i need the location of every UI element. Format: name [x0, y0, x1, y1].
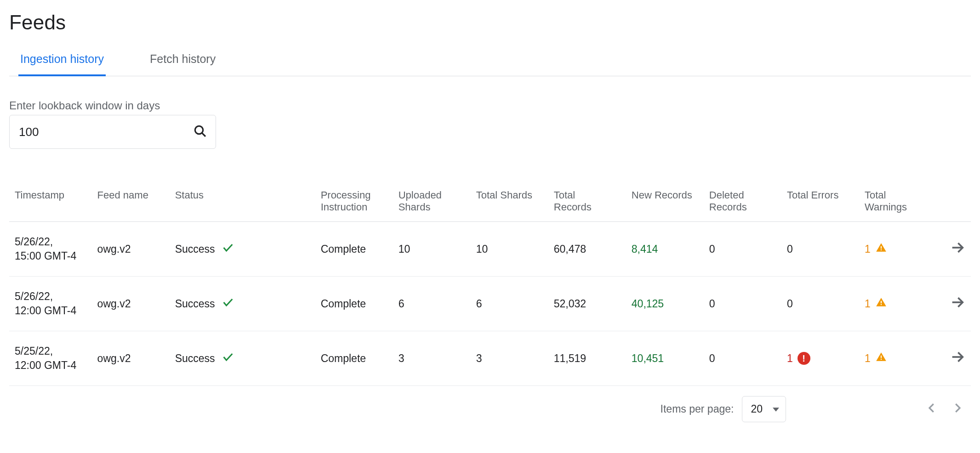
- column-header: DeletedRecords: [704, 181, 781, 222]
- svg-rect-6: [881, 304, 882, 305]
- cell-timestamp: 5/26/22,15:00 GMT-4: [9, 222, 92, 277]
- column-header: UploadedShards: [393, 181, 471, 222]
- cell-uploaded-shards: 10: [393, 222, 471, 277]
- column-header: TotalRecords: [548, 181, 626, 222]
- page-size-select[interactable]: 20: [742, 396, 786, 422]
- cell-processing-instruction: Complete: [315, 277, 393, 331]
- cell-total-errors: 0: [781, 222, 859, 277]
- cell-total-shards: 10: [471, 222, 548, 277]
- cell-timestamp: 5/26/22,12:00 GMT-4: [9, 277, 92, 331]
- search-icon[interactable]: [193, 124, 207, 140]
- row-detail-arrow-icon[interactable]: [950, 300, 965, 312]
- check-icon: [222, 296, 234, 311]
- table-row[interactable]: 5/25/22,12:00 GMT-4owg.v2SuccessComplete…: [9, 331, 971, 386]
- warning-icon: [875, 351, 887, 366]
- errors-count: 1: [787, 352, 793, 365]
- check-icon: [222, 351, 234, 366]
- page-size-value: 20: [751, 403, 763, 415]
- cell-action: [937, 222, 971, 277]
- warnings-count: 1: [865, 298, 871, 310]
- cell-deleted-records: 0: [704, 277, 781, 331]
- column-header: Total Shards: [471, 181, 548, 222]
- cell-deleted-records: 0: [704, 331, 781, 386]
- errors-count: 0: [787, 243, 793, 255]
- check-icon: [222, 241, 234, 257]
- table-row[interactable]: 5/26/22,12:00 GMT-4owg.v2SuccessComplete…: [9, 277, 971, 331]
- cell-total-shards: 6: [471, 277, 548, 331]
- status-text: Success: [175, 352, 215, 365]
- svg-rect-5: [881, 301, 882, 303]
- pagination: Items per page: 20: [9, 386, 971, 422]
- next-page-button[interactable]: [949, 399, 966, 419]
- warnings-count: 1: [865, 243, 871, 255]
- row-detail-arrow-icon[interactable]: [950, 355, 965, 367]
- page-title: Feeds: [9, 11, 971, 34]
- cell-status: Success: [170, 277, 315, 331]
- cell-timestamp: 5/25/22,12:00 GMT-4: [9, 331, 92, 386]
- cell-uploaded-shards: 3: [393, 331, 471, 386]
- cell-total-records: 11,519: [548, 331, 626, 386]
- svg-rect-2: [881, 246, 882, 249]
- status-text: Success: [175, 243, 215, 255]
- lookback-label: Enter lookback window in days: [9, 99, 971, 112]
- cell-total-warnings: 1: [859, 222, 937, 277]
- warning-icon: [875, 296, 887, 311]
- cell-total-warnings: 1: [859, 277, 937, 331]
- ingestion-table: TimestampFeed nameStatusProcessingInstru…: [9, 181, 971, 386]
- cell-status: Success: [170, 222, 315, 277]
- cell-total-shards: 3: [471, 331, 548, 386]
- lookback-area: Enter lookback window in days: [9, 99, 971, 149]
- cell-total-records: 52,032: [548, 277, 626, 331]
- svg-rect-3: [881, 249, 882, 250]
- status-text: Success: [175, 298, 215, 310]
- cell-feed-name: owg.v2: [92, 222, 170, 277]
- cell-new-records: 10,451: [626, 331, 704, 386]
- svg-line-1: [202, 133, 205, 136]
- warnings-count: 1: [865, 352, 871, 365]
- cell-total-errors: 0: [781, 277, 859, 331]
- cell-processing-instruction: Complete: [315, 331, 393, 386]
- table-row[interactable]: 5/26/22,15:00 GMT-4owg.v2SuccessComplete…: [9, 222, 971, 277]
- tab-fetch-history[interactable]: Fetch history: [150, 52, 216, 76]
- cell-total-errors: 1!: [781, 331, 859, 386]
- column-header: Timestamp: [9, 181, 92, 222]
- cell-new-records: 8,414: [626, 222, 704, 277]
- cell-uploaded-shards: 6: [393, 277, 471, 331]
- column-header: ProcessingInstruction: [315, 181, 393, 222]
- cell-new-records: 40,125: [626, 277, 704, 331]
- prev-page-button[interactable]: [923, 399, 940, 419]
- items-per-page-label: Items per page:: [661, 403, 734, 415]
- column-header-action: [937, 181, 971, 222]
- svg-rect-8: [881, 356, 882, 358]
- error-icon: !: [798, 352, 810, 365]
- lookback-input[interactable]: [18, 125, 193, 140]
- column-header: Feed name: [92, 181, 170, 222]
- cell-status: Success: [170, 331, 315, 386]
- svg-point-0: [195, 126, 203, 134]
- dropdown-caret-icon: [773, 403, 779, 415]
- svg-rect-9: [881, 359, 882, 360]
- cell-total-records: 60,478: [548, 222, 626, 277]
- cell-action: [937, 331, 971, 386]
- tabs: Ingestion historyFetch history: [9, 52, 971, 76]
- warning-icon: [875, 242, 887, 256]
- errors-count: 0: [787, 298, 793, 310]
- column-header: Total Errors: [781, 181, 859, 222]
- cell-action: [937, 277, 971, 331]
- tab-ingestion-history[interactable]: Ingestion history: [20, 52, 104, 76]
- cell-feed-name: owg.v2: [92, 277, 170, 331]
- column-header: New Records: [626, 181, 704, 222]
- lookback-input-wrapper[interactable]: [9, 115, 216, 149]
- cell-total-warnings: 1: [859, 331, 937, 386]
- column-header: Status: [170, 181, 315, 222]
- cell-feed-name: owg.v2: [92, 331, 170, 386]
- row-detail-arrow-icon[interactable]: [950, 246, 965, 258]
- cell-deleted-records: 0: [704, 222, 781, 277]
- column-header: TotalWarnings: [859, 181, 937, 222]
- cell-processing-instruction: Complete: [315, 222, 393, 277]
